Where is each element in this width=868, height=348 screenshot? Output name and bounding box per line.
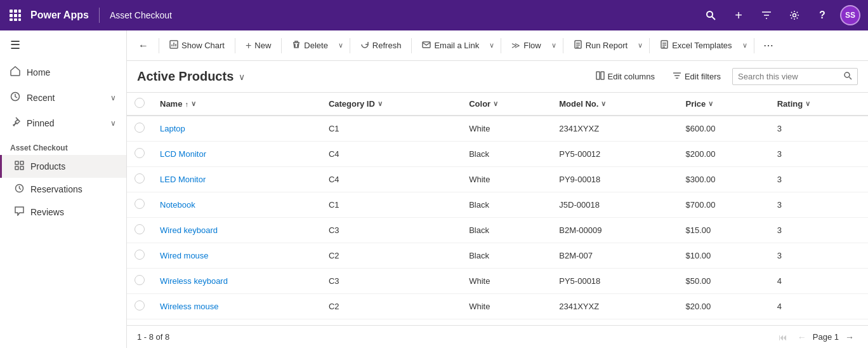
model-no-column-header[interactable]: Model No. ∨ <box>551 93 678 116</box>
sidebar-item-home[interactable]: Home <box>0 60 126 85</box>
row-checkbox-cell <box>127 142 152 167</box>
svg-rect-0 <box>10 10 13 13</box>
row-checkbox[interactable] <box>135 148 145 158</box>
flow-chevron[interactable]: ∨ <box>549 37 559 53</box>
sidebar-toggle[interactable]: ☰ <box>0 30 126 60</box>
toolbar: ← Show Chart + New <box>127 30 868 61</box>
app-title: Power Apps <box>30 10 89 21</box>
prev-page-button[interactable]: ← <box>794 330 810 345</box>
category-filter-icon[interactable]: ∨ <box>378 100 383 108</box>
show-chart-button[interactable]: Show Chart <box>163 36 231 55</box>
color-column-header[interactable]: Color ∨ <box>461 93 551 116</box>
user-avatar[interactable]: SS <box>840 5 860 25</box>
sidebar-item-reviews[interactable]: Reviews <box>0 201 126 224</box>
table-row: Wired keyboard C3 Black B2M-00009 $15.00… <box>127 218 868 243</box>
name-column-header[interactable]: Name ↑ ∨ <box>152 93 321 116</box>
edit-columns-button[interactable]: Edit columns <box>589 67 661 86</box>
sidebar-item-products[interactable]: Products <box>0 155 126 178</box>
price-filter-icon[interactable]: ∨ <box>708 100 713 108</box>
row-checkbox[interactable] <box>135 123 145 133</box>
search-nav-icon[interactable] <box>700 5 721 25</box>
email-chevron[interactable]: ∨ <box>487 37 497 53</box>
run-report-chevron[interactable]: ∨ <box>635 37 645 53</box>
rating-column-header[interactable]: Rating ∨ <box>770 93 868 116</box>
row-model-cell: B2M-007 <box>551 243 678 269</box>
row-name-cell[interactable]: Laptop <box>152 116 321 142</box>
row-checkbox-cell <box>127 269 152 294</box>
color-filter-icon[interactable]: ∨ <box>493 100 498 108</box>
edit-filters-label: Edit filters <box>685 72 721 81</box>
add-nav-icon[interactable]: + <box>728 5 749 25</box>
delete-chevron[interactable]: ∨ <box>336 37 346 53</box>
settings-nav-icon[interactable] <box>784 5 805 25</box>
filter-nav-icon[interactable] <box>756 5 777 25</box>
sidebar-item-pinned[interactable]: Pinned ∨ <box>0 110 126 136</box>
product-link[interactable]: Wired mouse <box>160 251 209 260</box>
select-all-checkbox[interactable] <box>135 98 145 108</box>
search-input[interactable] <box>738 72 839 81</box>
row-checkbox[interactable] <box>135 224 145 234</box>
run-report-button[interactable]: Run Report <box>567 36 634 55</box>
row-price-cell: $700.00 <box>678 192 770 218</box>
flow-icon: ≫ <box>511 41 520 50</box>
product-link[interactable]: Notebook <box>160 200 195 210</box>
row-checkbox[interactable] <box>135 199 145 209</box>
row-checkbox-cell <box>127 243 152 269</box>
excel-templates-button[interactable]: Excel Templates <box>654 36 738 55</box>
flow-label: Flow <box>523 41 541 50</box>
row-checkbox[interactable] <box>135 173 145 184</box>
excel-chevron[interactable]: ∨ <box>740 37 750 53</box>
back-button[interactable]: ← <box>132 36 155 55</box>
price-column-header[interactable]: Price ∨ <box>678 93 770 116</box>
table-row: LED Monitor C4 White PY9-00018 $300.00 3 <box>127 167 868 192</box>
email-link-label: Email a Link <box>434 41 479 50</box>
row-name-cell[interactable]: Wired mouse <box>152 243 321 269</box>
refresh-button[interactable]: Refresh <box>354 36 408 55</box>
next-page-button[interactable]: → <box>841 330 858 345</box>
row-category-cell: C3 <box>321 269 461 294</box>
model-filter-icon[interactable]: ∨ <box>601 100 606 108</box>
row-name-cell[interactable]: LCD Monitor <box>152 142 321 167</box>
product-link[interactable]: Wired keyboard <box>160 225 218 235</box>
email-link-button[interactable]: Email a Link <box>416 36 485 55</box>
svg-rect-4 <box>14 14 17 17</box>
category-id-column-header[interactable]: Category ID ∨ <box>321 93 461 116</box>
row-name-cell[interactable]: Notebook <box>152 192 321 218</box>
name-sort-asc-icon: ↑ <box>185 100 188 108</box>
first-page-button[interactable]: ⏮ <box>775 330 791 345</box>
product-link[interactable]: Wireless mouse <box>160 302 218 311</box>
product-link[interactable]: LED Monitor <box>160 175 206 184</box>
row-color-cell: Black <box>461 218 551 243</box>
row-name-cell[interactable]: Wireless mouse <box>152 294 321 319</box>
product-link[interactable]: Laptop <box>160 124 185 133</box>
edit-filters-button[interactable]: Edit filters <box>666 67 727 86</box>
new-button[interactable]: + New <box>239 36 277 55</box>
table-footer: 1 - 8 of 8 ⏮ ← Page 1 → <box>127 325 868 348</box>
row-name-cell[interactable]: Wireless keyboard <box>152 269 321 294</box>
refresh-icon <box>360 40 369 51</box>
search-box[interactable] <box>732 68 858 85</box>
sidebar-item-recent[interactable]: Recent ∨ <box>0 85 126 110</box>
row-name-cell[interactable]: LED Monitor <box>152 167 321 192</box>
product-link[interactable]: Wireless keyboard <box>160 276 228 286</box>
row-name-cell[interactable]: Wired keyboard <box>152 218 321 243</box>
name-filter-icon[interactable]: ∨ <box>191 100 196 108</box>
flow-button[interactable]: ≫ Flow <box>505 37 547 54</box>
row-checkbox-cell <box>127 218 152 243</box>
grid-icon[interactable] <box>8 8 23 23</box>
sidebar-item-reservations[interactable]: Reservations <box>0 178 126 201</box>
row-model-cell: PY9-00018 <box>551 167 678 192</box>
view-title-chevron-icon[interactable]: ∨ <box>239 72 245 82</box>
view-header-actions: Edit columns Edit filters <box>589 67 858 86</box>
row-checkbox[interactable] <box>135 250 145 260</box>
row-checkbox[interactable] <box>135 300 145 311</box>
rating-filter-icon[interactable]: ∨ <box>805 100 810 108</box>
pinned-chevron-icon: ∨ <box>110 119 116 128</box>
pinned-icon <box>10 117 20 130</box>
delete-button[interactable]: Delete <box>286 36 334 55</box>
more-button[interactable]: ⋯ <box>758 36 779 55</box>
search-icon <box>843 71 852 82</box>
product-link[interactable]: LCD Monitor <box>160 149 206 159</box>
help-nav-icon[interactable]: ? <box>812 5 832 25</box>
row-checkbox[interactable] <box>135 275 145 285</box>
